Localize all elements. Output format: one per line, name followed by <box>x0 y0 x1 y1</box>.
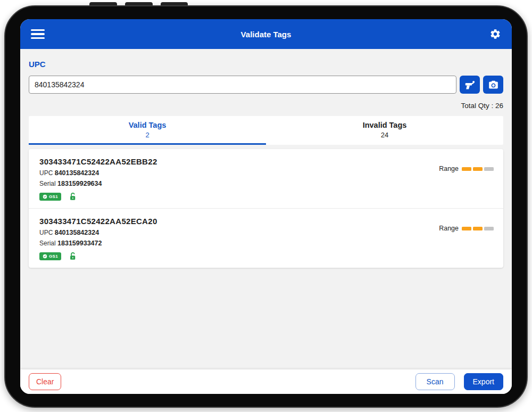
check-circle-icon <box>43 194 47 199</box>
scan-button[interactable]: Scan <box>415 373 455 390</box>
export-button[interactable]: Export <box>464 373 503 390</box>
rfid-scanner-button[interactable] <box>460 76 480 94</box>
range-indicator: Range <box>439 225 494 232</box>
serial-line: Serial 183159933472 <box>39 240 493 247</box>
serial-line-label: Serial <box>39 240 56 247</box>
tab-invalid-label: Invalid Tags <box>266 121 503 129</box>
upc-line: UPC 840135842324 <box>39 169 493 177</box>
camera-icon <box>488 79 499 90</box>
upc-line: UPC 840135842324 <box>39 229 493 236</box>
gs1-badge: GS1 <box>39 252 61 260</box>
hamburger-menu-icon[interactable] <box>31 29 45 39</box>
tab-bar: Valid Tags 2 Invalid Tags 24 <box>29 116 503 145</box>
range-bars <box>462 227 494 230</box>
app-header: Validate Tags <box>20 19 512 49</box>
gs1-badge: GS1 <box>39 193 61 201</box>
content-spacer <box>29 268 503 369</box>
serial-line-value: 183159929634 <box>57 180 102 187</box>
serial-line: Serial 183159929634 <box>39 180 493 187</box>
upc-line-value: 840135842324 <box>55 229 99 236</box>
main-content: UPC <box>20 49 512 369</box>
upc-input-row <box>29 76 503 94</box>
range-bars <box>462 167 494 171</box>
upc-line-label: UPC <box>39 169 53 177</box>
tablet-frame: Validate Tags UPC <box>4 5 528 408</box>
epc-code: 303433471C52422AA52ECA20 <box>39 217 493 226</box>
badge-row: GS1 <box>39 252 493 261</box>
unlock-icon <box>69 192 77 201</box>
rfid-scanner-icon <box>464 79 476 90</box>
camera-button[interactable] <box>483 76 503 94</box>
total-qty-text: Total Qty : 26 <box>29 102 503 110</box>
screenshot-stage: Validate Tags UPC <box>0 0 532 412</box>
unlock-icon <box>69 252 77 261</box>
clear-button[interactable]: Clear <box>29 373 61 390</box>
tag-list-item[interactable]: 303433471C52422AA52EBB22 UPC 84013584232… <box>29 149 503 208</box>
tab-invalid-count: 24 <box>266 131 503 139</box>
upc-line-label: UPC <box>39 229 53 236</box>
tab-valid-tags[interactable]: Valid Tags 2 <box>29 116 266 145</box>
footer-bar: Clear Scan Export <box>20 369 512 394</box>
gear-icon[interactable] <box>489 28 501 40</box>
range-indicator: Range <box>439 165 494 172</box>
serial-line-label: Serial <box>39 180 56 187</box>
upc-line-value: 840135842324 <box>55 169 99 177</box>
badge-row: GS1 <box>39 192 493 201</box>
range-label: Range <box>439 165 459 172</box>
page-title: Validate Tags <box>20 30 512 39</box>
tab-invalid-tags[interactable]: Invalid Tags 24 <box>266 116 503 145</box>
gs1-badge-label: GS1 <box>49 254 58 259</box>
gs1-badge-label: GS1 <box>49 194 58 199</box>
app-screen: Validate Tags UPC <box>20 19 512 394</box>
check-circle-icon <box>43 254 47 259</box>
footer-right-group: Scan Export <box>415 373 503 390</box>
tab-valid-count: 2 <box>29 131 266 139</box>
tag-list-card: 303433471C52422AA52EBB22 UPC 84013584232… <box>29 149 503 268</box>
upc-label: UPC <box>29 60 503 69</box>
upc-input[interactable] <box>29 76 456 94</box>
epc-code: 303433471C52422AA52EBB22 <box>39 157 493 166</box>
serial-line-value: 183159933472 <box>57 240 102 247</box>
range-label: Range <box>439 225 459 232</box>
tab-valid-label: Valid Tags <box>29 121 266 129</box>
tag-list-item[interactable]: 303433471C52422AA52ECA20 UPC 84013584232… <box>29 208 503 268</box>
